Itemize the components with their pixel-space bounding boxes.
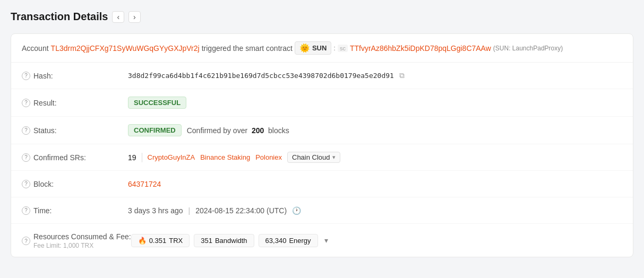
transaction-card: Account TL3drm2QjjCFXg71SyWuWGqGYyGXJpVr… <box>11 33 633 257</box>
block-value-col: 64371724 <box>128 180 622 188</box>
colon-separator: : <box>333 44 336 52</box>
status-label-col: ? Status: <box>22 126 128 135</box>
title-row: Transaction Details ‹ › <box>11 11 633 23</box>
time-value-col: 3 days 3 hrs ago | 2024-08-15 22:34:00 (… <box>128 206 622 215</box>
confirmed-badge: CONFIRMED <box>128 124 182 136</box>
contract-note: (SUN: LaunchPadProxy) <box>493 45 563 52</box>
sun-badge: 🌞 SUN <box>295 41 331 55</box>
srs-label: Confirmed SRs: <box>33 153 86 162</box>
resources-value-col: 🔥 0.351 TRX 351 Bandwidth 63,340 Energy … <box>131 234 622 247</box>
resources-expand-button[interactable]: ▾ <box>322 235 330 246</box>
energy-badge: 63,340 Energy <box>259 234 318 247</box>
resources-label-col: ? Resources Consumed & Fee: Fee Limit: 1… <box>22 231 131 249</box>
resources-badges: 🔥 0.351 TRX 351 Bandwidth 63,340 Energy … <box>131 234 330 247</box>
sr-item-4-dropdown[interactable]: Chain Cloud ▾ <box>287 152 340 163</box>
block-help-icon[interactable]: ? <box>22 180 30 188</box>
fee-limit-note: Fee Limit: 1,000 TRX <box>33 242 131 249</box>
fire-icon: 🔥 <box>138 237 147 245</box>
time-label-col: ? Time: <box>22 206 128 215</box>
sun-emoji: 🌞 <box>299 43 310 53</box>
bandwidth-label: Bandwidth <box>215 237 247 245</box>
sun-label: SUN <box>312 44 327 52</box>
hash-label: Hash: <box>33 72 53 80</box>
nav-next-button[interactable]: › <box>128 11 141 23</box>
time-help-icon[interactable]: ? <box>22 206 30 215</box>
bandwidth-amount: 351 <box>201 237 212 245</box>
page-title: Transaction Details <box>11 11 108 23</box>
resources-label: Resources Consumed & Fee: <box>33 232 131 241</box>
result-row: ? Result: SUCCESSFUL <box>11 89 633 117</box>
hash-value: 3d8d2f99ca6d4bb1f4c621b91be169d7d5cbcc53… <box>128 72 394 80</box>
hash-help-icon[interactable]: ? <box>22 72 30 80</box>
block-label: Block: <box>33 180 54 188</box>
status-label: Status: <box>33 126 57 135</box>
account-prefix: Account <box>22 44 49 53</box>
sr-item-3[interactable]: Poloniex <box>255 153 282 161</box>
result-value-col: SUCCESSFUL <box>128 97 622 109</box>
copy-icon[interactable]: ⧉ <box>399 71 405 80</box>
confirmed-srs-row: ? Confirmed SRs: 19 CryptoGuyInZA Binanc… <box>11 144 633 171</box>
result-help-icon[interactable]: ? <box>22 99 30 107</box>
chevron-down-icon: ▾ <box>332 154 336 161</box>
srs-label-col: ? Confirmed SRs: <box>22 153 128 162</box>
trx-fee-badge: 🔥 0.351 TRX <box>131 234 190 247</box>
sr-item-1[interactable]: CryptoGuyInZA <box>148 153 195 161</box>
trigger-text: triggered the smart contract <box>202 44 293 53</box>
trx-amount: 0.351 <box>149 237 167 245</box>
time-utc: 2024-08-15 22:34:00 (UTC) <box>195 206 287 215</box>
srs-value-col: 19 CryptoGuyInZA Binance Staking Polonie… <box>128 152 622 163</box>
energy-label: Energy <box>289 237 311 245</box>
time-label: Time: <box>33 206 51 215</box>
result-label: Result: <box>33 99 57 107</box>
sr-separator <box>142 153 142 162</box>
status-row: ? Status: CONFIRMED Confirmed by over 20… <box>11 117 633 144</box>
block-value-link[interactable]: 64371724 <box>128 180 161 188</box>
status-value-col: CONFIRMED Confirmed by over 200 blocks <box>128 124 622 136</box>
account-row: Account TL3drm2QjjCFXg71SyWuWGqGYyGXJpVr… <box>11 34 633 63</box>
time-row: ? Time: 3 days 3 hrs ago | 2024-08-15 22… <box>11 197 633 224</box>
bandwidth-badge: 351 Bandwidth <box>194 234 254 247</box>
trx-label: TRX <box>169 237 183 245</box>
resources-row: ? Resources Consumed & Fee: Fee Limit: 1… <box>11 224 633 257</box>
account-address-link[interactable]: TL3drm2QjjCFXg71SyWuWGqGYyGXJpVr2j <box>51 44 200 53</box>
nav-prev-button[interactable]: ‹ <box>112 11 124 23</box>
result-badge: SUCCESSFUL <box>128 97 186 109</box>
contract-address-link[interactable]: TTfvyrAz86hbZk5iDpKD78pqLGgi8C7AAw <box>350 44 491 53</box>
time-relative: 3 days 3 hrs ago <box>128 206 183 215</box>
sr-item-2[interactable]: Binance Staking <box>200 153 250 161</box>
result-label-col: ? Result: <box>22 99 128 107</box>
energy-amount: 63,340 <box>265 237 287 245</box>
srs-help-icon[interactable]: ? <box>22 153 30 162</box>
hash-value-col: 3d8d2f99ca6d4bb1f4c621b91be169d7d5cbcc53… <box>128 71 622 80</box>
blocks-count: 200 <box>252 126 264 135</box>
chain-cloud-label: Chain Cloud <box>292 153 330 161</box>
hash-label-col: ? Hash: <box>22 72 128 80</box>
sr-count: 19 <box>128 153 136 162</box>
block-label-col: ? Block: <box>22 180 128 188</box>
status-help-icon[interactable]: ? <box>22 126 30 135</box>
resources-help-icon[interactable]: ? <box>22 237 30 245</box>
clock-icon[interactable]: 🕐 <box>292 206 301 215</box>
sc-label: sc <box>338 45 348 52</box>
hash-row: ? Hash: 3d8d2f99ca6d4bb1f4c621b91be169d7… <box>11 63 633 89</box>
confirmed-description: Confirmed by over 200 blocks <box>187 126 289 135</box>
block-row: ? Block: 64371724 <box>11 171 633 197</box>
time-divider: | <box>188 206 191 215</box>
